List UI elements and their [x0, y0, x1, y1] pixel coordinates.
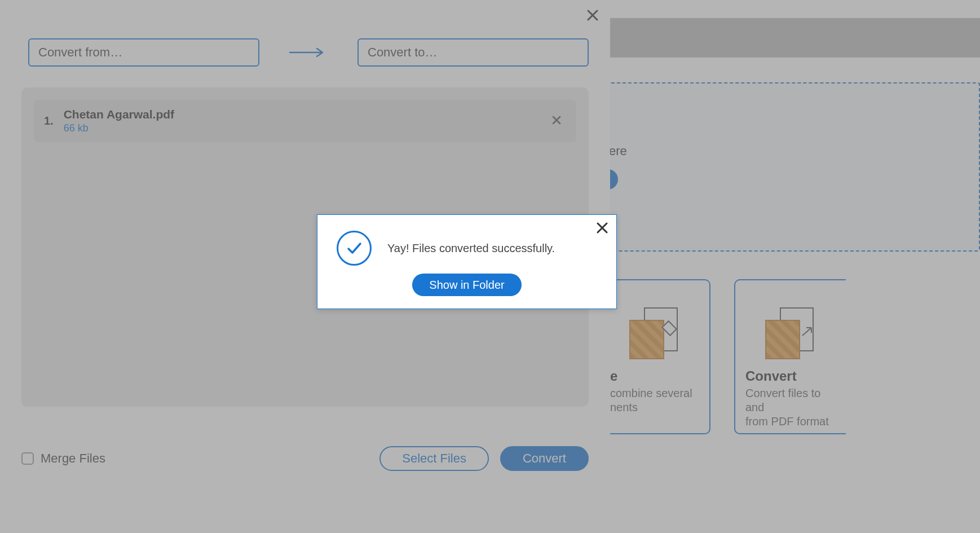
success-check-icon	[337, 231, 372, 266]
success-popup: Yay! Files converted successfully. Show …	[317, 214, 617, 309]
success-message: Yay! Files converted successfully.	[387, 242, 555, 255]
success-close-button[interactable]	[594, 219, 611, 236]
show-in-folder-button[interactable]: Show in Folder	[412, 274, 521, 296]
show-in-folder-label: Show in Folder	[429, 279, 504, 292]
close-icon	[596, 222, 608, 234]
